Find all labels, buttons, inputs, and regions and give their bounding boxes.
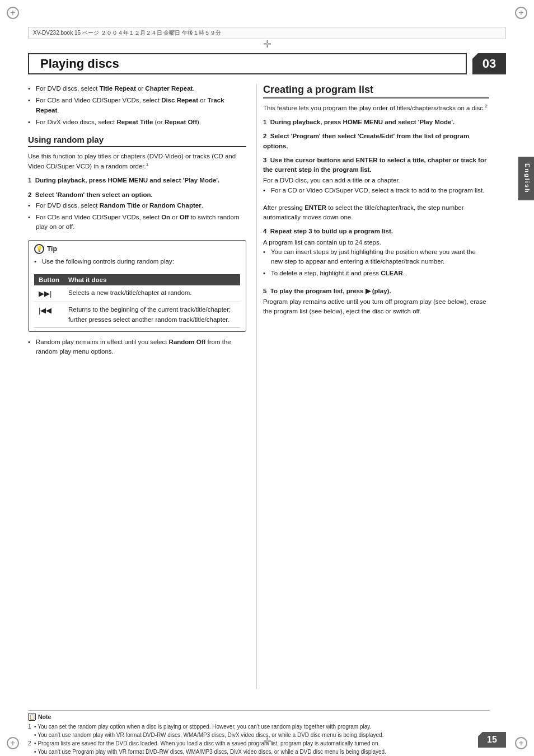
random-heading: Using random play (28, 135, 246, 147)
tip-box: 💡 Tip Use the following controls during … (28, 240, 246, 332)
random-note-bullet: Random play remains in effect until you … (28, 337, 246, 357)
page-number: 15 (487, 735, 497, 745)
random-step2-bullets: For DVD discs, select Random Title or Ra… (28, 201, 246, 232)
program-step3-bullets: For a CD or Video CD/Super VCD, select a… (263, 186, 489, 195)
intro-bullet-3: For DivX video discs, select Repeat Titl… (28, 118, 246, 127)
program-step4-body: A program list can contain up to 24 step… (263, 238, 489, 247)
note-1: 1 • You can set the random play option w… (28, 722, 489, 731)
program-step4-bullet-1: You can insert steps by just highlightin… (263, 247, 489, 267)
corner-mark-bl (7, 737, 19, 749)
program-step-2: 2 Select 'Program' then select 'Create/E… (263, 132, 489, 151)
program-step3-body: For a DVD disc, you can add a title or a… (263, 176, 489, 185)
footnote-2: 2 (485, 104, 487, 109)
corner-mark-tr (515, 7, 527, 19)
program-step-1: 1 During playback, press HOME MENU and s… (263, 118, 489, 127)
controls-table: Button What it does ▶▶| Selects a new tr… (34, 274, 240, 328)
footnote-1: 1 (146, 162, 148, 167)
mid-bottom-cross: ✛ (263, 735, 271, 748)
table-col1-header: Button (34, 274, 64, 285)
side-tab-label: English (524, 163, 531, 194)
table-desc-1: Selects a new track/title/chapter at ran… (64, 285, 240, 302)
right-column: Creating a program list This feature let… (263, 84, 489, 321)
table-button-1: ▶▶| (34, 285, 64, 302)
random-note-list: Random play remains in effect until you … (28, 337, 246, 357)
program-step4-bullet-2: To delete a step, highlight it and press… (263, 269, 489, 278)
note-label-text: Note (38, 713, 51, 720)
table-row-1: ▶▶| Selects a new track/title/chapter at… (34, 285, 240, 302)
random-step2-bullet-1: For DVD discs, select Random Title or Ra… (28, 201, 246, 210)
tip-bullet: Use the following controls during random… (34, 257, 240, 266)
en-label: En (498, 740, 505, 746)
tip-label-text: Tip (47, 245, 57, 253)
col-divider (256, 84, 257, 689)
table-desc-2: Returns to the beginning of the current … (64, 302, 240, 328)
intro-bullet-list: For DVD discs, select Title Repeat or Ch… (28, 84, 246, 127)
side-tab: English (518, 157, 534, 200)
corner-mark-br (515, 737, 527, 749)
chapter-number: 03 (483, 57, 496, 71)
program-step-3: 3 Use the cursor buttons and ENTER to se… (263, 156, 489, 223)
random-step-1: 1 During playback, press HOME MENU and s… (28, 176, 246, 185)
tip-label: 💡 Tip (34, 244, 240, 254)
table-col2-header: What it does (64, 274, 240, 285)
random-step2-bullet-2: For CDs and Video CD/Super VCDs, select … (28, 213, 246, 232)
header-bar: XV-DV232.book 15 ページ ２００４年１２月２４日 金曜日 午後１… (28, 27, 506, 39)
page-title-box: Playing discs (28, 53, 467, 74)
table-row-2: |◀◀ Returns to the beginning of the curr… (34, 302, 240, 328)
header-text: XV-DV232.book 15 ページ ２００４年１２月２４日 金曜日 午後１… (33, 30, 221, 36)
chapter-badge: 03 (472, 53, 506, 74)
note-text: 1 • You can set the random play option w… (28, 722, 489, 756)
note-2: • You can't use random play with VR form… (28, 731, 489, 739)
program-step5-body: Program play remains active until you tu… (263, 297, 489, 317)
program-intro: This feature lets you program the play o… (263, 103, 489, 113)
note-3: 2 • Program lists are saved for the DVD … (28, 739, 489, 748)
note-section: 📋 Note 1 • You can set the random play o… (28, 710, 489, 756)
intro-bullet-1: For DVD discs, select Title Repeat or Ch… (28, 84, 246, 93)
program-heading: Creating a program list (263, 84, 489, 98)
page-title: Playing discs (40, 57, 119, 71)
main-content: For DVD discs, select Title Repeat or Ch… (28, 84, 489, 689)
mid-top-cross: ✛ (263, 38, 271, 50)
note-label: 📋 Note (28, 713, 489, 721)
tip-icon: 💡 (34, 244, 44, 254)
program-step3-bullet-1: For a CD or Video CD/Super VCD, select a… (263, 186, 489, 195)
left-column: For DVD discs, select Title Repeat or Ch… (28, 84, 246, 364)
program-step4-bullets: You can insert steps by just highlightin… (263, 247, 489, 279)
note-4: • You can't use Program play with VR for… (28, 748, 489, 756)
intro-bullet-2: For CDs and Video CD/Super VCDs, select … (28, 96, 246, 115)
program-step3-enter: After pressing ENTER to select the title… (263, 203, 489, 223)
program-step-5: 5 To play the program list, press ▶ (pla… (263, 287, 489, 317)
table-button-2: |◀◀ (34, 302, 64, 328)
tip-bullet-1: Use the following controls during random… (34, 257, 240, 266)
program-step-4: 4 Repeat step 3 to build up a program li… (263, 227, 489, 278)
note-icon: 📋 (28, 713, 36, 721)
random-intro: Use this function to play titles or chap… (28, 152, 246, 171)
random-step-2: 2 Select 'Random' then select an option.… (28, 190, 246, 232)
corner-mark-tl (7, 7, 19, 19)
